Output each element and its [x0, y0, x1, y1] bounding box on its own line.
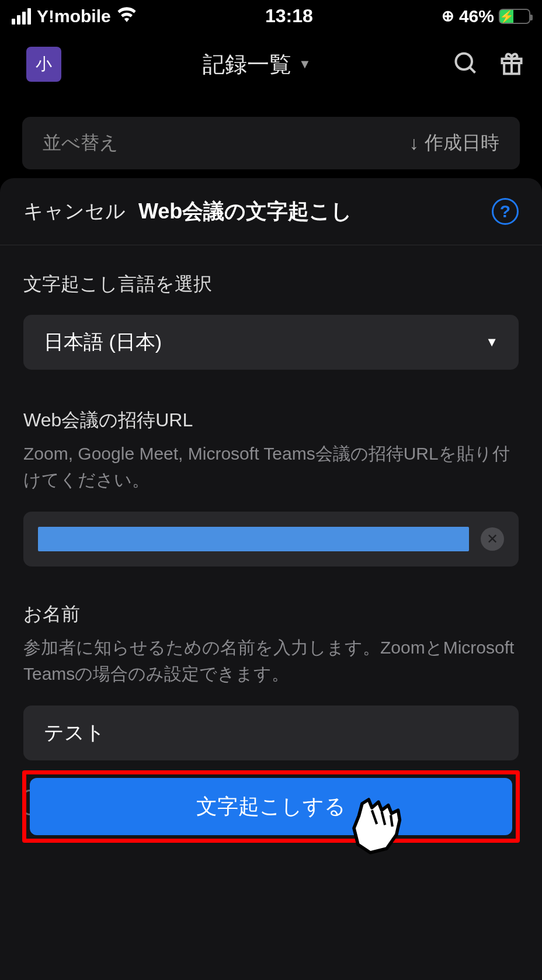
sort-current: 作成日時: [425, 130, 499, 156]
sort-bar[interactable]: 並べ替え ↓ 作成日時: [22, 117, 520, 169]
app-header: 小 記録一覧 ▼: [0, 32, 542, 96]
clear-icon[interactable]: ✕: [481, 527, 504, 551]
carrier-label: Y!mobile: [37, 6, 111, 26]
svg-line-7: [391, 815, 392, 827]
help-icon[interactable]: ?: [492, 198, 519, 225]
title-dropdown[interactable]: 記録一覧 ▼: [203, 50, 311, 79]
page-title: 記録一覧: [203, 50, 291, 79]
time-label: 13:18: [265, 5, 313, 27]
name-input[interactable]: テスト: [23, 706, 519, 760]
sort-arrow-icon: ↓: [409, 133, 419, 154]
search-icon[interactable]: [453, 50, 478, 78]
avatar[interactable]: 小: [26, 47, 61, 82]
rotation-lock-icon: ⊕: [442, 7, 454, 25]
name-label: お名前: [23, 602, 519, 627]
battery-icon: ⚡: [499, 9, 530, 24]
transcription-modal: キャンセル Web会議の文字起こし ? 文字起こし言語を選択 日本語 (日本) …: [0, 178, 542, 980]
gift-icon[interactable]: [499, 50, 524, 78]
status-bar: Y!mobile 13:18 ⊕ 46% ⚡: [0, 0, 542, 32]
language-select[interactable]: 日本語 (日本) ▼: [23, 315, 519, 370]
avatar-text: 小: [36, 53, 52, 75]
url-desc: Zoom, Google Meet, Microsoft Teams会議の招待U…: [23, 440, 519, 493]
chevron-down-icon: ▼: [298, 57, 311, 72]
status-left: Y!mobile: [12, 6, 137, 26]
chevron-down-icon: ▼: [485, 335, 498, 350]
cursor-hand-icon: [338, 787, 419, 869]
name-value: テスト: [44, 720, 105, 746]
battery-pct: 46%: [459, 6, 494, 26]
name-desc: 参加者に知らせるための名前を入力します。ZoomとMicrosoft Teams…: [23, 634, 519, 687]
modal-header: キャンセル Web会議の文字起こし ?: [0, 178, 542, 245]
submit-button[interactable]: 文字起こしする: [30, 778, 512, 835]
modal-title: Web会議の文字起こし: [138, 197, 352, 226]
status-right: ⊕ 46% ⚡: [442, 6, 530, 26]
svg-point-0: [456, 54, 472, 70]
cancel-button[interactable]: キャンセル: [23, 198, 126, 225]
language-label: 文字起こし言語を選択: [23, 272, 519, 297]
wifi-icon: [117, 6, 137, 26]
svg-line-1: [470, 67, 475, 72]
submit-label: 文字起こしする: [196, 793, 346, 821]
url-label: Web会議の招待URL: [23, 408, 519, 433]
signal-icon: [12, 8, 31, 25]
language-value: 日本語 (日本): [44, 329, 162, 356]
url-selection: [38, 527, 469, 551]
url-input[interactable]: ✕: [23, 512, 519, 567]
sort-label: 並べ替え: [43, 130, 119, 156]
submit-highlight: 文字起こしする: [22, 770, 520, 843]
